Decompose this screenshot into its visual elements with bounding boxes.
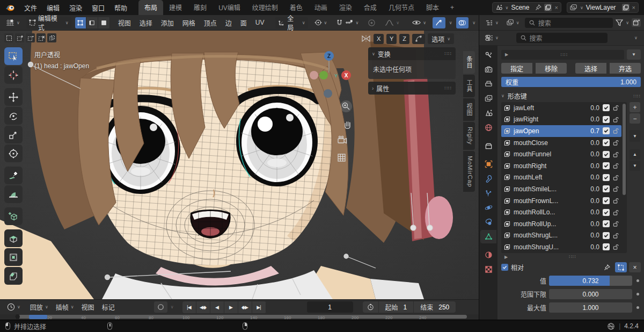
shape-key-checkbox[interactable]	[603, 104, 610, 111]
workspace-tab[interactable]: 建模	[163, 0, 188, 15]
remove-button[interactable]: 移除	[536, 63, 567, 74]
tab-object-data[interactable]	[480, 230, 496, 243]
animate-dot[interactable]	[636, 279, 639, 282]
shape-key-row[interactable]: mouthLeft0.0	[501, 172, 621, 184]
remove-icon[interactable]: ×	[632, 4, 635, 11]
filter-icon[interactable]	[616, 19, 623, 26]
workspace-tab[interactable]: 动画	[309, 0, 333, 15]
jump-to-prev-keyframe-button[interactable]: ◀◆	[196, 301, 210, 313]
workspace-tab[interactable]: UV编辑	[213, 0, 246, 15]
mirror-y-button[interactable]: Y	[386, 34, 397, 44]
workspace-tab[interactable]: 合成	[358, 0, 383, 15]
properties-options-dropdown[interactable]: ∨	[634, 35, 638, 40]
tab-particles[interactable]	[480, 186, 496, 200]
shape-key-value[interactable]: 0.0	[586, 243, 599, 251]
vertex-group-specials-dropdown[interactable]: ▼	[627, 49, 641, 60]
shape-key-row[interactable]: jawOpen0.7	[501, 125, 621, 137]
lock-icon[interactable]	[613, 221, 619, 227]
select-button[interactable]: 选择	[575, 63, 606, 74]
end-frame-field[interactable]: 结束250	[413, 301, 456, 313]
move-up-button[interactable]: ▲	[630, 149, 640, 160]
n-panel-tab-工具[interactable]: 工具	[463, 75, 475, 97]
tab-physics[interactable]	[480, 201, 496, 214]
select-mode-invert-button[interactable]	[36, 33, 46, 42]
shape-key-checkbox[interactable]	[603, 185, 610, 192]
tab-view-layer[interactable]	[480, 92, 496, 105]
add-shape-key-button[interactable]: +	[630, 102, 640, 112]
proportional-editing-button[interactable]	[365, 17, 378, 28]
timeline-menu-item[interactable]: 视图	[78, 301, 98, 313]
edge-select-button[interactable]	[86, 17, 98, 28]
lock-icon[interactable]	[613, 163, 619, 169]
jump-to-end-button[interactable]: ▶|	[252, 301, 266, 313]
timeline-editor-type-dropdown[interactable]: ∨	[4, 301, 23, 313]
inset-faces-tool[interactable]	[4, 248, 23, 266]
list-filter-collapsed[interactable]: ▶ ∷∷	[501, 253, 641, 261]
editor-type-dropdown[interactable]: ∨	[3, 17, 23, 28]
shape-key-checkbox[interactable]	[603, 139, 610, 146]
tab-material[interactable]	[480, 248, 496, 262]
shape-key-value[interactable]: 0.0	[586, 116, 599, 123]
shape-key-row[interactable]: mouthSmileL...0.0	[501, 183, 621, 195]
select-mode-extend-button[interactable]	[15, 33, 24, 42]
viewport-menu-item[interactable]: 选择	[135, 17, 157, 29]
shape-key-row[interactable]: mouthShrugU...0.0	[501, 241, 621, 253]
shape-key-value[interactable]: 0.0	[586, 174, 599, 181]
lock-icon[interactable]	[613, 186, 619, 192]
add-cube-tool[interactable]	[4, 207, 23, 225]
axis-neg-x-ball[interactable]	[310, 71, 318, 80]
timeline-menu-item[interactable]: 回放∨	[26, 301, 52, 313]
tab-output[interactable]	[480, 77, 496, 91]
panel-grip[interactable]: ∷∷	[445, 85, 452, 91]
shape-key-value[interactable]: 0.0	[586, 104, 599, 112]
assign-button[interactable]: 指定	[501, 63, 532, 74]
select-mode-intersect-button[interactable]	[47, 33, 56, 42]
current-frame-field[interactable]: 1	[307, 301, 353, 313]
shape-key-checkbox[interactable]	[603, 127, 610, 134]
shape-key-edit-mode-button[interactable]	[615, 262, 627, 272]
overlays-dropdown[interactable]: ∨	[472, 20, 475, 25]
lock-icon[interactable]	[613, 233, 619, 239]
viewport-menu-item[interactable]: 添加	[157, 17, 178, 29]
shape-key-value[interactable]: 0.7	[586, 127, 599, 135]
use-preview-range-button[interactable]	[363, 301, 378, 313]
topbar-menu-item[interactable]: 帮助	[109, 2, 132, 14]
relative-checkbox[interactable]	[501, 264, 508, 271]
bevel-tool[interactable]	[4, 267, 23, 285]
properties-editor-type-dropdown[interactable]: ∨	[482, 32, 501, 44]
viewport-menu-item[interactable]: UV	[251, 17, 269, 28]
tab-object[interactable]	[480, 157, 496, 171]
new-copy-icon[interactable]	[622, 4, 630, 11]
workspace-tab[interactable]: 脚本	[420, 0, 445, 15]
workspace-tab[interactable]: 雕刻	[188, 0, 213, 15]
jump-to-next-keyframe-button[interactable]: ◆▶	[238, 301, 252, 313]
n-panel-tab-Rigify[interactable]: Rigify	[463, 122, 475, 150]
range-min-field[interactable]: 0.000	[549, 289, 632, 299]
panel-grip[interactable]: ∷∷	[634, 93, 641, 99]
lock-icon[interactable]	[613, 151, 619, 157]
axis-neg-z-ball[interactable]	[324, 89, 332, 98]
shape-key-row[interactable]: jawRight0.0	[501, 114, 621, 126]
shape-key-checkbox[interactable]	[603, 232, 610, 239]
show-overlays-button[interactable]	[456, 17, 469, 28]
add-workspace-button[interactable]: +	[446, 2, 458, 13]
options-dropdown[interactable]: 选项∨	[428, 33, 454, 44]
scene-selector[interactable]: ∨ Scene ×	[492, 2, 561, 13]
outliner-editor-type-dropdown[interactable]: ∨	[482, 17, 501, 28]
shape-key-value[interactable]: 0.0	[586, 162, 599, 170]
auto-keying-dropdown[interactable]: ∨	[171, 305, 174, 309]
snap-dropdown[interactable]: ∨	[333, 17, 361, 28]
shape-key-row[interactable]: mouthClose0.0	[501, 137, 621, 149]
face-select-button[interactable]	[98, 17, 110, 28]
move-down-button[interactable]: ▼	[630, 161, 640, 171]
properties-panel-collapsed[interactable]: › 属性 ∷∷	[368, 82, 456, 95]
timeline-menu-item[interactable]: 标记	[98, 301, 119, 313]
lock-icon[interactable]	[613, 128, 619, 134]
transform-tool[interactable]	[4, 145, 23, 162]
play-reverse-button[interactable]: ◀	[210, 301, 224, 313]
animate-dot[interactable]	[636, 293, 639, 295]
shape-key-checkbox[interactable]	[603, 151, 610, 158]
shape-key-row[interactable]: mouthFunnel0.0	[501, 148, 621, 160]
cursor-tool[interactable]	[4, 66, 23, 84]
topbar-menu-item[interactable]: 窗口	[87, 2, 109, 14]
